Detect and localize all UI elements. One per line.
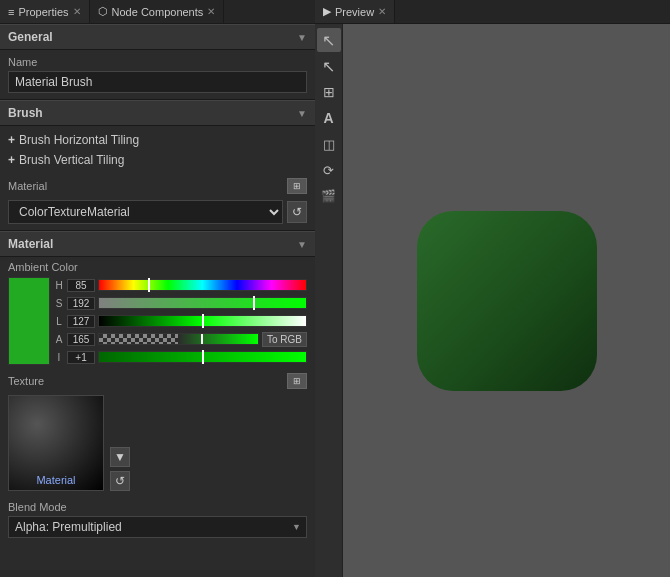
brush-items: + Brush Horizontal Tiling + Brush Vertic… [0,126,315,174]
intensity-slider-row: I [54,349,307,365]
material-row: Material ⊞ [0,174,315,198]
link-tool-icon: ⟳ [323,163,334,178]
l-slider-bar[interactable] [98,315,307,327]
tab-node-components[interactable]: ⬡ Node Components ✕ [90,0,225,23]
texture-dropdown-btn[interactable]: ▼ [110,447,130,467]
hue-slider-row: H [54,277,307,293]
s-slider-bar[interactable] [98,297,307,309]
section-brush-arrow: ▼ [297,108,307,119]
tab-preview-close[interactable]: ✕ [378,6,386,17]
blend-section: Blend Mode Alpha: Premultiplied [0,497,315,544]
section-brush[interactable]: Brush ▼ [0,100,315,126]
node-components-icon: ⬡ [98,5,108,18]
brush-vertical-label: Brush Vertical Tiling [19,153,124,167]
color-section: H S L [0,275,315,369]
color-preview[interactable] [8,277,50,365]
material-row-label: Material [8,180,287,192]
tab-node-components-close[interactable]: ✕ [207,6,215,17]
brush-horizontal-tiling[interactable]: + Brush Horizontal Tiling [0,130,315,150]
a-label: A [54,334,64,345]
blend-wrapper: Alpha: Premultiplied [8,516,307,538]
brush-vertical-tiling[interactable]: + Brush Vertical Tiling [0,150,315,170]
cursor-tool-btn[interactable]: ↖ [317,28,341,52]
alpha-slider-row: A To RGB [54,331,307,347]
l-label: L [54,316,64,327]
tab-node-components-label: Node Components [112,6,204,18]
name-label: Name [8,56,307,68]
name-input[interactable] [8,71,307,93]
i-slider-bar[interactable] [98,351,307,363]
link-tool-btn[interactable]: ⟳ [317,158,341,182]
tab-preview-label: Preview [335,6,374,18]
tab-preview[interactable]: ▶ Preview ✕ [315,0,395,23]
cursor-tool-icon: ↖ [322,31,335,50]
texture-reset-icon: ↺ [115,474,125,488]
right-panel: ▶ Preview ✕ ↖ ↖ ⊞ A ◫ ⟳ [315,0,670,577]
texture-reset-btn[interactable]: ↺ [110,471,130,491]
material-grid-icon: ⊞ [293,181,301,191]
tab-properties-close[interactable]: ✕ [73,6,81,17]
tab-bar: ≡ Properties ✕ ⬡ Node Components ✕ [0,0,315,24]
section-general-label: General [8,30,53,44]
s-label: S [54,298,64,309]
grid-tool-icon: ⊞ [323,84,335,100]
brush-horizontal-label: Brush Horizontal Tiling [19,133,139,147]
select-tool-icon: ↖ [322,57,335,76]
texture-controls: ▼ ↺ [110,447,130,491]
h-label: H [54,280,64,291]
material-icon-btn[interactable]: ⊞ [287,178,307,194]
texture-dropdown-icon: ▼ [114,450,126,464]
a-value[interactable] [67,333,95,346]
to-rgb-btn[interactable]: To RGB [262,332,307,347]
material-dropdown[interactable]: ColorTextureMaterial [8,200,283,224]
sat-slider-row: S [54,295,307,311]
material-reset-btn[interactable]: ↺ [287,201,307,223]
preview-canvas [343,24,670,577]
texture-row: Texture ⊞ [0,369,315,391]
s-value[interactable] [67,297,95,310]
text-tool-icon: A [323,110,333,126]
layers-tool-icon: ◫ [323,137,335,152]
section-general[interactable]: General ▼ [0,24,315,50]
section-general-arrow: ▼ [297,32,307,43]
material-dropdown-row: ColorTextureMaterial ↺ [0,198,315,230]
i-value[interactable] [67,351,95,364]
h-value[interactable] [67,279,95,292]
section-brush-label: Brush [8,106,43,120]
texture-thumbnail[interactable]: Material [8,395,104,491]
left-panel: ≡ Properties ✕ ⬡ Node Components ✕ Gener… [0,0,315,577]
blend-label: Blend Mode [8,501,307,513]
camera-tool-icon: 🎬 [321,189,336,203]
lum-slider-row: L [54,313,307,329]
section-material-arrow: ▼ [297,239,307,250]
preview-play-icon: ▶ [323,5,331,18]
texture-thumb-label: Material [36,474,75,486]
i-label: I [54,352,64,363]
preview-tab-bar: ▶ Preview ✕ [315,0,670,24]
preview-rounded-rect [417,211,597,391]
texture-label: Texture [8,375,44,387]
preview-content: ↖ ↖ ⊞ A ◫ ⟳ 🎬 [315,24,670,577]
plus-icon-h: + [8,133,15,147]
reset-icon: ↺ [292,205,302,219]
plus-icon-v: + [8,153,15,167]
h-slider-bar[interactable] [98,279,307,291]
layers-tool-btn[interactable]: ◫ [317,132,341,156]
ambient-color-label: Ambient Color [0,257,315,275]
section-material[interactable]: Material ▼ [0,231,315,257]
grid-tool-btn[interactable]: ⊞ [317,80,341,104]
a-color [178,334,257,344]
a-slider-bar[interactable] [98,333,259,345]
select-tool-btn[interactable]: ↖ [317,54,341,78]
texture-grid-icon: ⊞ [293,376,301,386]
l-value[interactable] [67,315,95,328]
blend-dropdown[interactable]: Alpha: Premultiplied [8,516,307,538]
color-sliders: H S L [54,277,307,365]
text-tool-btn[interactable]: A [317,106,341,130]
camera-tool-btn[interactable]: 🎬 [317,184,341,208]
tab-properties[interactable]: ≡ Properties ✕ [0,0,90,23]
a-checker [99,334,178,344]
properties-icon: ≡ [8,6,14,18]
texture-icon-btn[interactable]: ⊞ [287,373,307,389]
name-field-container: Name [0,50,315,99]
